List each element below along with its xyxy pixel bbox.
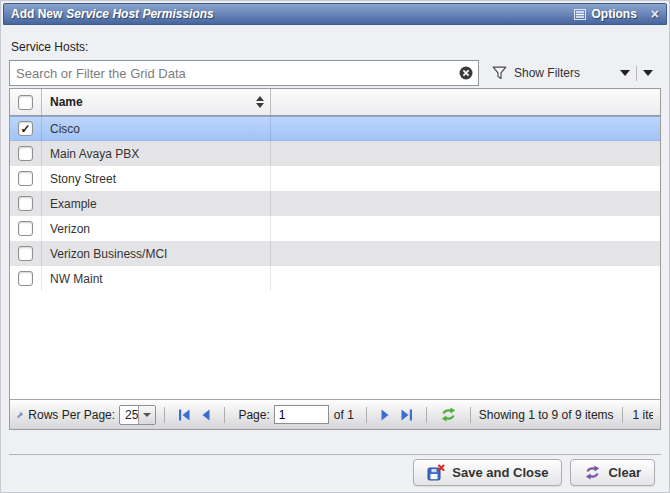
rows-per-page-value: 25 — [120, 408, 138, 422]
add-new-service-host-permissions-dialog: Add New Service Host Permissions Options… — [0, 0, 670, 493]
page-number-input[interactable] — [274, 405, 329, 424]
dialog-title-prefix: Add New — [11, 7, 62, 21]
service-hosts-label: Service Hosts: — [11, 40, 659, 54]
dialog-titlebar: Add New Service Host Permissions Options… — [3, 3, 667, 25]
grid-header-row: Name — [10, 89, 660, 116]
options-list-icon — [574, 9, 586, 20]
dialog-button-bar: Save and Close Clear — [9, 454, 661, 490]
row-name: Verizon — [50, 222, 90, 236]
filter-funnel-icon — [492, 66, 507, 80]
showing-items-status: Showing 1 to 9 of 9 items — [479, 408, 614, 422]
chevron-down-icon — [143, 413, 151, 417]
grid-settings-wrench-icon[interactable] — [17, 407, 23, 423]
row-name: NW Maint — [50, 272, 103, 286]
search-input[interactable] — [9, 60, 479, 86]
rows-per-page-select[interactable]: 25 — [119, 405, 156, 425]
show-filters-toggle[interactable]: Show Filters — [492, 66, 580, 80]
row-name: Cisco — [50, 122, 80, 136]
table-row[interactable]: NW Maint — [10, 266, 660, 291]
name-column-label: Name — [50, 95, 83, 109]
grid-pagination-toolbar: Rows Per Page: 25 Page: of 1 — [10, 399, 660, 429]
show-filters-label: Show Filters — [514, 66, 580, 80]
last-page-button[interactable] — [400, 409, 413, 421]
table-row[interactable]: Main Avaya PBX — [10, 141, 660, 166]
clear-button[interactable]: Clear — [570, 459, 655, 486]
service-hosts-grid: Name ✓ Cisco Main Avaya PBX — [9, 88, 661, 430]
row-name: Stony Street — [50, 172, 116, 186]
table-row[interactable]: Verizon — [10, 216, 660, 241]
grid-empty-area — [10, 291, 660, 399]
refresh-icon[interactable] — [440, 407, 457, 422]
previous-page-button[interactable] — [201, 409, 211, 421]
rows-per-page-dropdown-button[interactable] — [138, 406, 155, 424]
next-page-button[interactable] — [380, 409, 390, 421]
row-checkbox[interactable] — [18, 221, 33, 236]
save-and-close-button[interactable]: Save and Close — [413, 459, 562, 486]
row-name: Example — [50, 197, 97, 211]
row-name: Verizon Business/MCI — [50, 247, 167, 261]
sort-icon[interactable] — [256, 96, 264, 108]
dialog-title-emphasis: Service Host Permissions — [66, 7, 213, 21]
page-label: Page: — [238, 408, 269, 422]
dialog-body: Service Hosts: Show Filters — [3, 25, 667, 490]
row-checkbox[interactable] — [18, 146, 33, 161]
save-icon — [427, 464, 445, 481]
save-and-close-label: Save and Close — [452, 465, 548, 480]
clear-search-icon[interactable] — [459, 66, 473, 80]
close-icon[interactable]: × — [651, 7, 659, 21]
caret-separator — [636, 66, 637, 81]
filter-menu-caret-icon[interactable] — [620, 70, 630, 76]
search-filter-row: Show Filters — [9, 60, 661, 86]
clear-label: Clear — [608, 465, 641, 480]
row-name: Main Avaya PBX — [50, 147, 139, 161]
row-checkbox[interactable]: ✓ — [18, 121, 33, 136]
row-checkbox[interactable] — [18, 196, 33, 211]
selection-count-status: 1 item sel — [633, 408, 653, 422]
select-all-checkbox[interactable] — [18, 95, 33, 110]
table-row[interactable]: Example — [10, 191, 660, 216]
page-of-label: of 1 — [334, 408, 354, 422]
row-checkbox[interactable] — [18, 171, 33, 186]
name-column-header[interactable]: Name — [42, 89, 271, 115]
rows-per-page-label: Rows Per Page: — [28, 408, 115, 422]
grid-body: ✓ Cisco Main Avaya PBX Stony Street Exam… — [10, 116, 660, 291]
row-checkbox[interactable] — [18, 271, 33, 286]
first-page-button[interactable] — [178, 409, 191, 421]
options-label: Options — [591, 7, 636, 21]
clear-refresh-icon — [584, 465, 601, 480]
table-row[interactable]: ✓ Cisco — [10, 116, 660, 141]
options-button[interactable]: Options — [574, 7, 636, 21]
dialog-title: Add New Service Host Permissions — [11, 7, 214, 21]
grid-menu-caret-icon[interactable] — [643, 70, 653, 76]
table-row[interactable]: Stony Street — [10, 166, 660, 191]
table-row[interactable]: Verizon Business/MCI — [10, 241, 660, 266]
row-checkbox[interactable] — [18, 246, 33, 261]
